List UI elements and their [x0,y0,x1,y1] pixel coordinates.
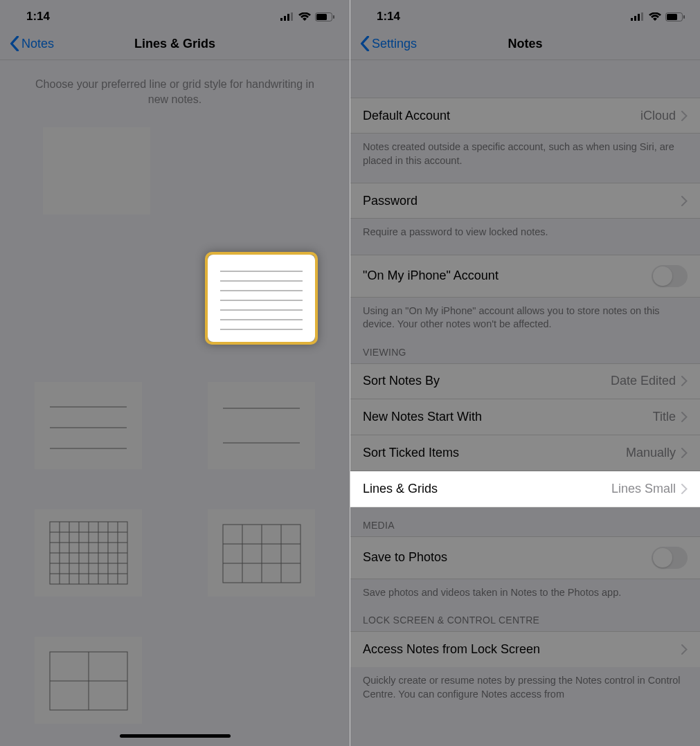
row-label: New Notes Start With [363,410,482,424]
status-time: 1:14 [26,10,50,24]
swatch-grid-large[interactable] [35,637,142,724]
footer-save-photos: Save photos and videos taken in Notes to… [350,579,700,603]
battery-icon [665,12,685,21]
row-label: Lines & Grids [363,482,438,496]
status-bar: 1:14 [0,0,350,29]
nav-bar: Settings Notes [350,29,700,60]
battery-icon [315,12,334,21]
row-label: Sort Ticked Items [363,446,459,460]
row-label: Save to Photos [363,550,447,565]
back-button[interactable]: Settings [360,36,417,51]
chevron-left-icon [360,36,370,51]
svg-rect-5 [316,14,327,20]
swatch-grid-small[interactable] [35,509,142,597]
svg-rect-1 [284,16,286,21]
svg-rect-46 [667,14,677,20]
row-default-account[interactable]: Default Account iCloud [350,98,700,134]
chevron-right-icon [681,196,688,206]
row-value: iCloud [640,109,676,123]
swatch-lines-small[interactable] [208,255,315,342]
chevron-right-icon [681,644,688,655]
back-button[interactable]: Notes [10,36,54,51]
svg-rect-3 [291,12,293,21]
row-sort-notes[interactable]: Sort Notes By Date Edited [350,363,700,399]
row-access-lock[interactable]: Access Notes from Lock Screen [350,631,700,667]
row-sort-ticked[interactable]: Sort Ticked Items Manually [350,435,700,471]
row-label: Sort Notes By [363,374,440,388]
nav-bar: Notes Lines & Grids [0,29,350,60]
svg-rect-6 [333,15,334,19]
row-value: Date Edited [611,374,676,388]
footer-default-account: Notes created outside a specific account… [350,134,700,170]
row-password[interactable]: Password [350,183,700,219]
description-text: Choose your preferred line or grid style… [0,60,350,113]
status-icons [631,12,685,21]
row-save-photos[interactable]: Save to Photos [350,536,700,579]
header-lock: Lock Screen & Control Centre [350,602,700,631]
svg-rect-41 [631,18,633,21]
chevron-right-icon [681,484,688,494]
status-bar: 1:14 [350,0,700,29]
header-media: Media [350,507,700,536]
screen-notes-settings: 1:14 Settings Notes Default Account iClo… [350,0,700,746]
wifi-icon [298,12,311,21]
home-indicator [120,734,231,738]
chevron-left-icon [10,36,19,51]
back-label: Settings [372,37,417,51]
svg-rect-44 [641,12,643,21]
row-label: Access Notes from Lock Screen [363,642,540,657]
row-value: Title [653,410,676,424]
cellular-icon [280,12,294,21]
wifi-icon [649,12,661,21]
swatch-lines-medium[interactable] [35,382,142,469]
svg-rect-42 [634,16,636,21]
swatch-blank[interactable] [43,127,150,215]
chevron-right-icon [681,448,688,458]
row-lines-grids[interactable]: Lines & Grids Lines Small [350,471,700,507]
toggle-save-photos[interactable] [652,547,688,569]
svg-rect-47 [683,15,685,19]
row-label: Default Account [363,109,450,123]
screen-lines-and-grids: 1:14 Notes Lines & Grids Choose your pre… [0,0,350,746]
chevron-right-icon [681,412,688,422]
row-new-notes[interactable]: New Notes Start With Title [350,399,700,435]
footer-access-lock: Quickly create or resume notes by pressi… [350,667,700,701]
cellular-icon [631,12,645,21]
footer-password: Require a password to view locked notes. [350,219,700,242]
row-on-my-iphone[interactable]: "On My iPhone" Account [350,255,700,298]
svg-rect-2 [287,14,289,21]
header-viewing: Viewing [350,334,700,363]
row-value: Lines Small [611,482,676,496]
chevron-right-icon [681,376,688,386]
footer-on-my-iphone: Using an "On My iPhone" account allows y… [350,298,700,334]
swatch-grid-medium[interactable] [208,509,315,597]
row-value: Manually [626,446,676,460]
swatch-lines-large[interactable] [208,382,315,469]
toggle-on-my-iphone[interactable] [652,265,688,287]
status-icons [280,12,334,21]
status-time: 1:14 [377,10,400,24]
swatch-grid [0,113,350,738]
svg-rect-0 [280,18,282,21]
row-label: Password [363,194,418,208]
row-label: "On My iPhone" Account [363,269,499,283]
back-label: Notes [21,37,54,51]
chevron-right-icon [681,111,688,121]
svg-rect-43 [638,14,640,21]
